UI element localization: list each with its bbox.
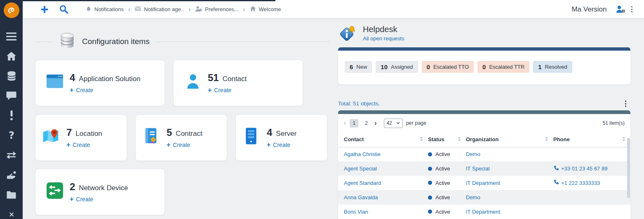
- create-link-contract[interactable]: +Create: [167, 141, 202, 149]
- badge-label: Escalated TTO: [433, 64, 469, 70]
- plus-icon: [40, 5, 49, 14]
- create-link-network-device[interactable]: +Create: [70, 196, 128, 203]
- helpdesk-badge-resolved[interactable]: 1Resolved: [533, 61, 572, 73]
- contacts-table: ContactStatusOrganizationPhone Agatha Ch…: [338, 132, 630, 219]
- organization-link[interactable]: IT Special: [466, 165, 490, 172]
- table-row-agatha-christie: Agatha ChristieActiveDemo: [338, 147, 630, 161]
- phone-icon: [553, 179, 559, 186]
- config-card-contract[interactable]: 5Contract+Create: [135, 114, 227, 161]
- create-link-location[interactable]: +Create: [66, 141, 102, 149]
- organization-link[interactable]: Demo: [466, 194, 480, 200]
- itop-logo[interactable]: [4, 2, 19, 18]
- contact-link[interactable]: Agent Special: [344, 165, 377, 172]
- plus-icon: +: [167, 141, 170, 149]
- user-menu-button[interactable]: [616, 5, 625, 13]
- global-search-button[interactable]: [59, 5, 68, 14]
- topbar-kebab-menu[interactable]: [631, 6, 633, 13]
- database-icon: [7, 71, 16, 83]
- quick-create-button[interactable]: [40, 5, 49, 14]
- organization-link[interactable]: Demo: [466, 151, 480, 157]
- breadcrumb-item-welcome[interactable]: Welcome: [250, 6, 281, 13]
- config-card-server[interactable]: 4Server+Create: [235, 114, 327, 161]
- organization-link[interactable]: IT Department: [466, 180, 500, 186]
- status-dot: [428, 196, 432, 200]
- contact-link[interactable]: Agatha Christie: [344, 151, 381, 157]
- sidebar-item-hamburger-menu[interactable]: [6, 32, 16, 42]
- config-card-network-device[interactable]: 2Network Device+Create: [35, 169, 165, 215]
- sidebar-item-home[interactable]: [6, 52, 16, 62]
- sort-icon[interactable]: [458, 136, 461, 142]
- objects-kebab-menu[interactable]: [625, 100, 627, 107]
- create-link-application-solution[interactable]: +Create: [70, 86, 141, 94]
- helpdesk-info-bell-icon: [339, 25, 356, 44]
- breadcrumb-chevron-icon: ›: [128, 6, 130, 13]
- tools-icon: [7, 212, 16, 219]
- page-2-button[interactable]: 2: [362, 119, 371, 128]
- create-link-server[interactable]: +Create: [267, 141, 296, 149]
- table-row-agent-special: Agent SpecialActiveIT Special+33 01 23 4…: [338, 161, 630, 176]
- section-title: Configuration items: [82, 37, 150, 46]
- transfer-icon: [6, 151, 16, 161]
- helpdesk-badge-assigned[interactable]: 10Assigned: [376, 61, 418, 73]
- app-window-icon: [46, 74, 64, 89]
- card-label: Application Solution: [79, 75, 140, 83]
- contact-link[interactable]: Boris Vian: [344, 209, 368, 215]
- breadcrumb-label: Notification age..: [144, 6, 184, 12]
- sort-icon[interactable]: [420, 136, 423, 142]
- organization-link[interactable]: IT Department: [466, 209, 500, 215]
- contact-link[interactable]: Agent Standard: [344, 180, 381, 186]
- breadcrumb-item-notifications[interactable]: Notifications: [86, 6, 124, 13]
- badge-label: Resolved: [545, 64, 567, 70]
- sidebar-item-chat[interactable]: [6, 91, 16, 102]
- badge-count: 1: [538, 63, 541, 70]
- panel-accent-bar: [338, 110, 630, 114]
- contact-link[interactable]: Anna Gavalda: [344, 194, 378, 200]
- divider: [35, 42, 52, 42]
- badge-label: Escalated TTR: [489, 64, 524, 70]
- config-card-contact[interactable]: 51Contact+Create: [173, 60, 303, 106]
- sidebar-item-tools[interactable]: [6, 210, 16, 219]
- phone-link[interactable]: +1 222 3333333: [561, 180, 600, 186]
- badge-count: 6: [350, 63, 353, 70]
- helpdesk-badge-escalated-ttr[interactable]: 0Escalated TTR: [477, 61, 529, 73]
- sidebar-item-service-hand[interactable]: [6, 170, 16, 181]
- configuration-items-header: Configuration items: [35, 31, 330, 52]
- person-icon: [184, 73, 202, 90]
- chevron-down-icon: [396, 122, 400, 124]
- svg-text:?: ?: [9, 130, 14, 141]
- sidebar-item-alert[interactable]: [6, 111, 16, 121]
- per-page-select[interactable]: 42: [384, 119, 403, 128]
- top-accent-strip: [0, 0, 275, 1]
- helpdesk-badge-new[interactable]: 6New: [345, 61, 372, 73]
- status-badges: 6New10Assigned0Escalated TTO0Escalated T…: [338, 51, 630, 73]
- breadcrumb-item-notification-age-[interactable]: Notification age..: [135, 6, 184, 12]
- card-count: 4: [70, 72, 75, 84]
- all-open-requests-link[interactable]: All open requests: [363, 35, 404, 42]
- column-header-organization[interactable]: Organization: [466, 132, 553, 147]
- table-row-boris-vian: Boris VianActiveIT Department: [338, 205, 630, 219]
- column-header-phone[interactable]: Phone: [553, 132, 630, 147]
- sidebar-item-folder[interactable]: [6, 190, 16, 200]
- sidebar-item-database[interactable]: [6, 72, 16, 82]
- sort-icon[interactable]: [622, 136, 625, 142]
- config-card-location[interactable]: 7Location+Create: [35, 114, 127, 161]
- table-scrollbar[interactable]: [627, 138, 630, 198]
- sidebar-item-help[interactable]: ?: [6, 131, 16, 141]
- cards-row: 7Location+Create5Contract+Create4Server+…: [35, 114, 327, 161]
- next-page-button[interactable]: ›: [374, 119, 376, 127]
- divider: [155, 42, 330, 42]
- sort-icon[interactable]: [545, 136, 548, 142]
- column-header-status[interactable]: Status: [428, 132, 466, 147]
- sidebar-item-transfer[interactable]: [6, 151, 16, 161]
- card-label: Location: [75, 130, 102, 138]
- status-dot: [428, 181, 432, 185]
- breadcrumb-item-preferences-[interactable]: Preferences...: [195, 6, 238, 13]
- page-1-button[interactable]: 1: [350, 119, 358, 128]
- create-link-contact[interactable]: +Create: [208, 86, 247, 94]
- phone-link[interactable]: +33 01 23 45 67 89: [561, 165, 607, 172]
- column-header-contact[interactable]: Contact: [338, 132, 428, 147]
- config-card-application-solution[interactable]: 4Application Solution+Create: [35, 60, 165, 106]
- helpdesk-badge-escalated-tto[interactable]: 0Escalated TTO: [422, 61, 474, 73]
- breadcrumb-chevron-icon: ›: [243, 6, 245, 13]
- badge-label: New: [356, 64, 367, 70]
